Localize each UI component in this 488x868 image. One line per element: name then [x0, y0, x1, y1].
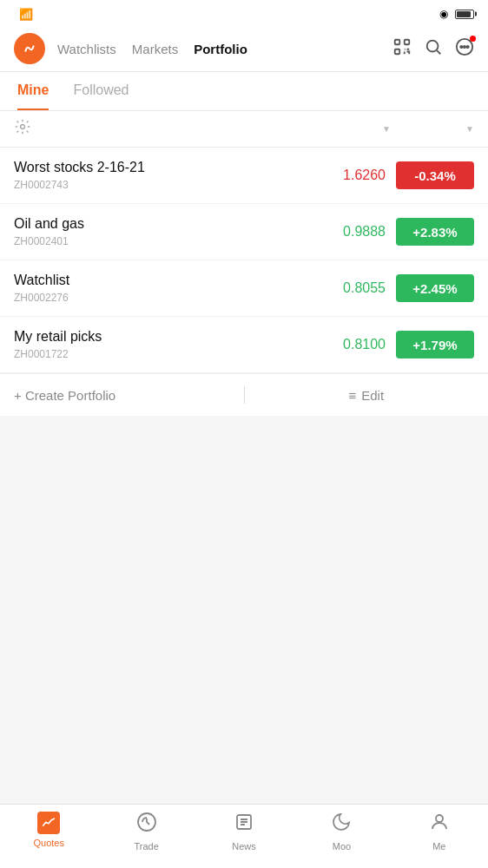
quotes-icon: [37, 812, 60, 834]
nav-watchlists[interactable]: Watchlists: [57, 42, 116, 56]
nav-sort-icon: ▼: [382, 124, 391, 134]
moo-label: Moo: [333, 841, 351, 852]
svg-rect-1: [395, 39, 400, 44]
status-bar: 📶 ◉: [0, 0, 488, 26]
item-nav-value-3: 0.8055: [325, 280, 386, 296]
news-icon: [234, 812, 254, 838]
table-header: ▼ ▼: [0, 111, 488, 148]
item-name-3: Watchlist: [14, 273, 325, 288]
item-name-4: My retail picks: [14, 329, 325, 345]
daily-column-header: ▼: [405, 124, 474, 134]
main-content-area: [0, 416, 488, 801]
bottom-nav: Quotes Trade News Moo: [0, 804, 488, 868]
me-label: Me: [432, 841, 445, 852]
svg-rect-2: [405, 39, 410, 44]
status-right: ◉: [439, 8, 474, 20]
item-nav-value-1: 1.6260: [325, 168, 386, 183]
edit-label: Edit: [361, 388, 384, 403]
svg-rect-3: [395, 49, 400, 54]
trade-label: Trade: [134, 841, 158, 852]
nav-markets[interactable]: Markets: [132, 42, 178, 56]
news-label: News: [232, 841, 256, 852]
app-logo[interactable]: [14, 33, 45, 64]
item-code-1: ZH0002743: [14, 179, 325, 191]
portfolio-item-3[interactable]: Watchlist ZH0002276 0.8055 +2.45%: [0, 260, 488, 317]
status-left: 📶: [14, 8, 33, 21]
wifi-icon: 📶: [19, 8, 33, 21]
portfolio-item-1[interactable]: Worst stocks 2-16-21 ZH0002743 1.6260 -0…: [0, 148, 488, 204]
item-info-4: My retail picks ZH0001722: [14, 329, 325, 360]
bottom-nav-me[interactable]: Me: [391, 812, 488, 852]
action-bar: + Create Portfolio ≡ Edit: [0, 373, 488, 416]
tab-mine[interactable]: Mine: [17, 72, 49, 110]
item-info-2: Oil and gas ZH0002401: [14, 216, 325, 247]
item-daily-badge-3: +2.45%: [396, 274, 474, 302]
portfolio-list: Worst stocks 2-16-21 ZH0002743 1.6260 -0…: [0, 148, 488, 373]
portfolio-item-4[interactable]: My retail picks ZH0001722 0.8100 +1.79%: [0, 317, 488, 373]
trade-icon: [136, 812, 157, 838]
svg-point-7: [464, 45, 465, 47]
record-icon: ◉: [439, 8, 448, 20]
nav-portfolio[interactable]: Portfolio: [194, 42, 247, 56]
svg-point-6: [460, 45, 462, 47]
svg-point-9: [21, 125, 25, 129]
settings-icon[interactable]: [14, 118, 379, 140]
moo-icon: [331, 812, 352, 838]
item-nav-value-2: 0.9888: [325, 224, 386, 240]
search-icon[interactable]: [424, 37, 443, 61]
tabs: Mine Followed: [0, 72, 488, 111]
edit-button[interactable]: ≡ Edit: [259, 388, 475, 403]
header-icons: [392, 37, 474, 61]
item-daily-badge-1: -0.34%: [396, 161, 474, 189]
item-daily-badge-4: +1.79%: [396, 331, 474, 358]
svg-point-12: [436, 815, 443, 822]
create-portfolio-label: + Create Portfolio: [14, 388, 115, 403]
item-name-2: Oil and gas: [14, 216, 325, 232]
svg-point-4: [427, 40, 439, 51]
create-portfolio-button[interactable]: + Create Portfolio: [14, 388, 230, 403]
me-icon: [429, 812, 450, 838]
nav-links: Watchlists Markets Portfolio: [57, 42, 392, 56]
more-icon[interactable]: [455, 37, 474, 61]
item-code-3: ZH0002276: [14, 292, 325, 304]
bottom-nav-moo[interactable]: Moo: [293, 812, 390, 852]
quotes-label: Quotes: [33, 838, 63, 848]
scan-icon[interactable]: [392, 37, 412, 61]
bottom-nav-news[interactable]: News: [195, 812, 293, 852]
action-divider: [244, 386, 245, 404]
nav-column-header: ▼: [379, 124, 391, 134]
item-nav-value-4: 0.8100: [325, 337, 386, 352]
header: Watchlists Markets Portfolio: [0, 26, 488, 72]
bottom-nav-trade[interactable]: Trade: [97, 812, 195, 852]
item-code-4: ZH0001722: [14, 348, 325, 360]
item-name-1: Worst stocks 2-16-21: [14, 160, 325, 175]
item-daily-badge-2: +2.83%: [396, 218, 474, 246]
item-info-3: Watchlist ZH0002276: [14, 273, 325, 304]
item-code-2: ZH0002401: [14, 235, 325, 247]
daily-sort-icon: ▼: [465, 124, 474, 134]
svg-point-8: [467, 45, 469, 47]
notification-dot: [470, 36, 476, 42]
portfolio-item-2[interactable]: Oil and gas ZH0002401 0.9888 +2.83%: [0, 204, 488, 260]
tab-followed[interactable]: Followed: [73, 72, 129, 110]
bottom-nav-quotes[interactable]: Quotes: [0, 812, 97, 848]
edit-icon: ≡: [348, 388, 356, 403]
battery-icon: [455, 10, 474, 19]
item-info-1: Worst stocks 2-16-21 ZH0002743: [14, 160, 325, 191]
